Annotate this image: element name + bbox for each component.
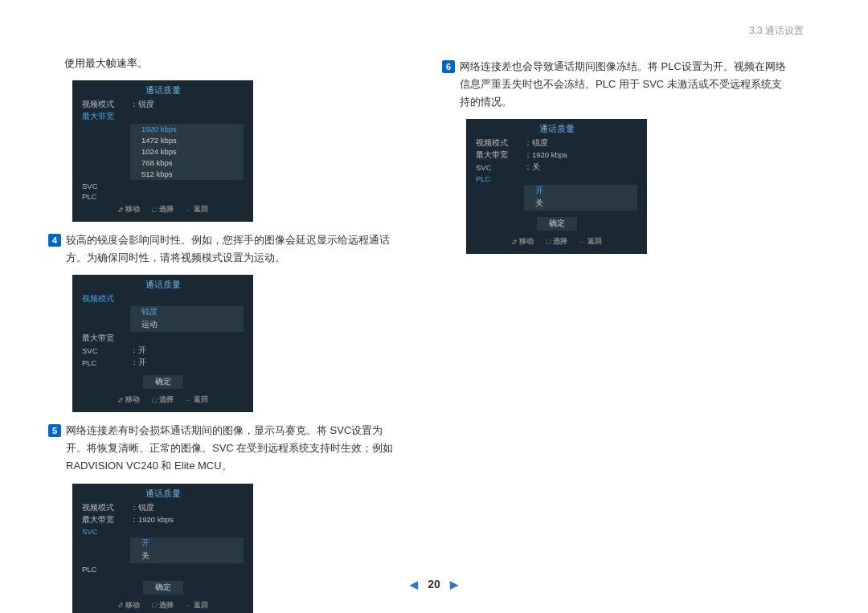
dropdown-option[interactable]: 开 [524, 185, 637, 198]
row-label: 视频模式 [476, 138, 524, 149]
panel-row[interactable]: SVC：开 [72, 345, 253, 357]
select-hint: 选择 [151, 394, 174, 405]
select-hint: 选择 [151, 204, 174, 215]
panel-row[interactable]: SVC [72, 181, 253, 191]
panel-row[interactable]: PLC：开 [72, 357, 253, 369]
step-text: 网络连接差也会导致通话期间图像冻结。将 PLC设置为开。视频在网络信息严重丢失时… [460, 58, 788, 111]
row-label: 最大带宽 [82, 333, 130, 344]
ok-button[interactable]: 确定 [143, 581, 183, 595]
panel-title: 通话质量 [72, 80, 253, 99]
row-label: SVC [82, 182, 130, 190]
row-value: ：关 [524, 162, 637, 173]
panel-row[interactable]: 最大带宽：1920 kbps [72, 514, 253, 526]
back-hint: 返回 [579, 236, 602, 247]
panel-footer: 移动 选择 返回 [466, 234, 647, 249]
ok-button[interactable]: 确定 [143, 375, 183, 389]
panel-row[interactable]: SVC [72, 526, 253, 537]
row-value: ：开 [130, 358, 244, 368]
panel-svc: 通话质量 视频模式：锐度最大带宽：1920 kbpsSVC开关PLC 确定 移动… [72, 484, 253, 613]
select-hint: 选择 [545, 236, 567, 247]
panel-plc: 通话质量 视频模式：锐度最大带宽：1920 kbpsSVC：关PLC开关 确定 … [466, 119, 647, 254]
step-5: 5 网络连接差有时会损坏通话期间的图像，显示马赛克。将 SVC设置为开。将恢复清… [48, 422, 394, 475]
ok-button[interactable]: 确定 [537, 217, 577, 231]
row-label: PLC [82, 358, 130, 367]
panel-row[interactable]: 视频模式：锐度 [72, 99, 253, 111]
left-column: 使用最大帧速率。 通话质量 视频模式：锐度最大带宽1920 kbps1472 k… [48, 48, 394, 613]
select-hint: 选择 [151, 600, 174, 611]
dropdown-option[interactable]: 1920 kbps [130, 124, 244, 135]
dropdown-option[interactable]: 开 [130, 537, 244, 550]
panel-row[interactable]: 视频模式 [72, 293, 253, 305]
row-label: PLC [82, 565, 130, 574]
panel-row[interactable]: 最大带宽 [72, 111, 253, 123]
panel-bandwidth: 通话质量 视频模式：锐度最大带宽1920 kbps1472 kbps1024 k… [72, 80, 253, 222]
row-value: ：开 [130, 345, 244, 356]
prev-page-icon[interactable]: ◀ [410, 578, 418, 591]
row-label: 视频模式 [82, 503, 130, 513]
intro-text: 使用最大帧速率。 [64, 55, 394, 72]
row-label: 最大带宽 [82, 515, 130, 525]
back-hint: 返回 [185, 394, 208, 405]
step-text: 网络连接差有时会损坏通话期间的图像，显示马赛克。将 SVC设置为开。将恢复清晰、… [66, 422, 394, 475]
right-column: 6 网络连接差也会导致通话期间图像冻结。将 PLC设置为开。视频在网络信息严重丢… [442, 48, 788, 613]
section-header: 3.3 通话设置 [749, 24, 804, 38]
row-value: ：锐度 [524, 138, 637, 149]
panel-title: 通话质量 [466, 119, 647, 137]
row-value: ：1920 kbps [524, 150, 637, 161]
step-4: 4 较高的锐度会影响同时性。例如，您挥手的图像会延迟显示给远程通话方。为确保同时… [48, 231, 394, 267]
dropdown-list[interactable]: 1920 kbps1472 kbps1024 kbps768 kbps512 k… [130, 124, 244, 180]
row-label: 视频模式 [82, 294, 130, 304]
move-hint: 移动 [117, 394, 140, 405]
panel-row[interactable]: 最大带宽：1920 kbps [466, 149, 647, 161]
dropdown-option[interactable]: 768 kbps [130, 157, 244, 169]
panel-row[interactable]: 视频模式：锐度 [72, 502, 253, 514]
dropdown-list[interactable]: 开关 [524, 185, 637, 210]
next-page-icon[interactable]: ▶ [450, 578, 458, 591]
page-number: 20 [428, 578, 440, 591]
row-value: ：锐度 [130, 503, 244, 513]
panel-footer: 移动 选择 返回 [72, 202, 253, 217]
page-nav: ◀ 20 ▶ [410, 578, 458, 591]
panel-row[interactable]: PLC [466, 174, 647, 184]
panel-row[interactable]: SVC：关 [466, 161, 647, 174]
dropdown-option[interactable]: 锐度 [130, 306, 244, 319]
step-num-icon: 4 [48, 234, 61, 247]
dropdown-option[interactable]: 1024 kbps [130, 146, 244, 157]
dropdown-option[interactable]: 关 [130, 550, 244, 563]
move-hint: 移动 [511, 236, 534, 247]
panel-row[interactable]: PLC [72, 564, 253, 574]
panel-video-mode: 通话质量 视频模式锐度运动最大带宽SVC：开PLC：开 确定 移动 选择 返回 [72, 275, 253, 412]
move-hint: 移动 [117, 204, 140, 215]
panel-title: 通话质量 [72, 484, 253, 502]
dropdown-option[interactable]: 512 kbps [130, 169, 244, 180]
step-text: 较高的锐度会影响同时性。例如，您挥手的图像会延迟显示给远程通话方。为确保同时性，… [66, 231, 394, 267]
step-num-icon: 6 [442, 60, 455, 73]
row-label: SVC [82, 527, 130, 536]
panel-row[interactable]: 最大带宽 [72, 333, 253, 345]
panel-title: 通话质量 [72, 275, 253, 293]
row-value: ：1920 kbps [130, 515, 244, 525]
row-label: SVC [82, 346, 130, 355]
dropdown-option[interactable]: 1472 kbps [130, 135, 244, 146]
panel-row[interactable]: PLC [72, 191, 253, 202]
panel-footer: 移动 选择 返回 [72, 392, 253, 407]
row-label: PLC [82, 192, 130, 201]
row-value: ：锐度 [130, 100, 244, 110]
step-6: 6 网络连接差也会导致通话期间图像冻结。将 PLC设置为开。视频在网络信息严重丢… [442, 58, 788, 111]
row-label: PLC [476, 174, 524, 183]
step-num-icon: 5 [48, 424, 61, 437]
row-label: 最大带宽 [82, 112, 130, 122]
panel-footer: 移动 选择 返回 [72, 598, 253, 613]
dropdown-option[interactable]: 关 [524, 198, 637, 210]
row-label: 最大带宽 [476, 150, 524, 161]
back-hint: 返回 [185, 204, 208, 215]
back-hint: 返回 [185, 600, 208, 611]
dropdown-list[interactable]: 开关 [130, 537, 244, 563]
dropdown-option[interactable]: 运动 [130, 319, 244, 332]
move-hint: 移动 [117, 600, 140, 611]
panel-row[interactable]: 视频模式：锐度 [466, 137, 647, 149]
row-label: SVC [476, 163, 524, 172]
dropdown-list[interactable]: 锐度运动 [130, 306, 244, 332]
row-label: 视频模式 [82, 100, 130, 110]
